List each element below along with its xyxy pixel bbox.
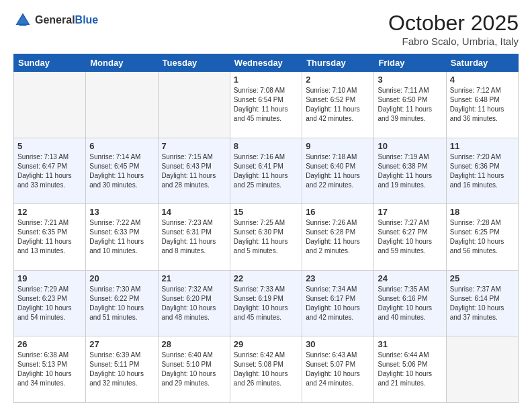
calendar-cell: 27Sunrise: 6:39 AM Sunset: 5:11 PM Dayli… [86,336,158,403]
day-number: 24 [378,273,442,283]
calendar-cell: 3Sunrise: 7:11 AM Sunset: 6:50 PM Daylig… [374,72,446,138]
day-info: Sunrise: 7:26 AM Sunset: 6:28 PM Dayligh… [306,218,370,256]
calendar-cell: 6Sunrise: 7:14 AM Sunset: 6:45 PM Daylig… [86,138,158,204]
day-info: Sunrise: 7:10 AM Sunset: 6:52 PM Dayligh… [306,86,370,124]
day-info: Sunrise: 7:21 AM Sunset: 6:35 PM Dayligh… [17,218,82,256]
calendar-cell: 23Sunrise: 7:34 AM Sunset: 6:17 PM Dayli… [302,270,374,336]
day-number: 12 [17,207,82,217]
day-number: 22 [234,273,298,283]
calendar-cell: 28Sunrise: 6:40 AM Sunset: 5:10 PM Dayli… [158,336,230,403]
page: GeneralBlue October 2025 Fabro Scalo, Um… [0,0,532,411]
calendar-cell: 7Sunrise: 7:15 AM Sunset: 6:43 PM Daylig… [158,138,230,204]
day-number: 16 [306,207,370,217]
calendar-cell: 10Sunrise: 7:19 AM Sunset: 6:38 PM Dayli… [374,138,446,204]
calendar-cell: 2Sunrise: 7:10 AM Sunset: 6:52 PM Daylig… [302,72,374,138]
calendar-cell: 24Sunrise: 7:35 AM Sunset: 6:16 PM Dayli… [374,270,446,336]
day-info: Sunrise: 7:25 AM Sunset: 6:30 PM Dayligh… [234,218,298,256]
calendar-cell: 20Sunrise: 7:30 AM Sunset: 6:22 PM Dayli… [86,270,158,336]
day-info: Sunrise: 7:11 AM Sunset: 6:50 PM Dayligh… [378,86,442,124]
weekday-header-friday: Friday [374,54,446,72]
day-info: Sunrise: 6:44 AM Sunset: 5:06 PM Dayligh… [378,351,442,388]
calendar-cell [14,72,86,138]
day-number: 31 [378,339,442,349]
logo-general: General [35,14,75,26]
calendar-cell: 19Sunrise: 7:29 AM Sunset: 6:23 PM Dayli… [14,270,86,336]
title-block: October 2025 Fabro Scalo, Umbria, Italy [388,11,519,47]
day-info: Sunrise: 7:13 AM Sunset: 6:47 PM Dayligh… [17,152,82,190]
calendar-cell [86,72,158,138]
day-number: 20 [89,273,154,283]
day-number: 23 [306,273,370,283]
calendar-cell: 21Sunrise: 7:32 AM Sunset: 6:20 PM Dayli… [158,270,230,336]
day-number: 9 [306,141,370,151]
day-number: 27 [89,339,154,349]
day-number: 19 [17,273,82,283]
location: Fabro Scalo, Umbria, Italy [388,36,519,47]
day-info: Sunrise: 6:40 AM Sunset: 5:10 PM Dayligh… [162,351,226,388]
day-number: 2 [306,75,370,85]
day-number: 11 [450,141,515,151]
calendar-cell: 18Sunrise: 7:28 AM Sunset: 6:25 PM Dayli… [446,204,518,271]
day-number: 4 [450,75,515,85]
calendar-cell [446,336,518,403]
svg-rect-2 [19,24,26,26]
calendar-cell: 5Sunrise: 7:13 AM Sunset: 6:47 PM Daylig… [14,138,86,204]
logo-icon [13,11,32,30]
day-number: 26 [17,339,82,349]
day-info: Sunrise: 7:35 AM Sunset: 6:16 PM Dayligh… [378,285,442,322]
calendar-cell: 15Sunrise: 7:25 AM Sunset: 6:30 PM Dayli… [230,204,302,271]
weekday-header-wednesday: Wednesday [230,54,302,72]
calendar-cell: 30Sunrise: 6:43 AM Sunset: 5:07 PM Dayli… [302,336,374,403]
calendar-cell: 11Sunrise: 7:20 AM Sunset: 6:36 PM Dayli… [446,138,518,204]
day-info: Sunrise: 7:14 AM Sunset: 6:45 PM Dayligh… [89,152,154,190]
calendar-cell: 26Sunrise: 6:38 AM Sunset: 5:13 PM Dayli… [14,336,86,403]
day-info: Sunrise: 7:12 AM Sunset: 6:48 PM Dayligh… [450,86,515,124]
logo-text: GeneralBlue [35,14,98,26]
day-number: 10 [378,141,442,151]
week-row-1: 1Sunrise: 7:08 AM Sunset: 6:54 PM Daylig… [14,72,519,138]
day-number: 28 [162,339,226,349]
day-number: 15 [234,207,298,217]
calendar-cell: 1Sunrise: 7:08 AM Sunset: 6:54 PM Daylig… [230,72,302,138]
calendar-cell: 14Sunrise: 7:23 AM Sunset: 6:31 PM Dayli… [158,204,230,271]
calendar-cell: 13Sunrise: 7:22 AM Sunset: 6:33 PM Dayli… [86,204,158,271]
calendar-cell: 12Sunrise: 7:21 AM Sunset: 6:35 PM Dayli… [14,204,86,271]
day-info: Sunrise: 7:08 AM Sunset: 6:54 PM Dayligh… [234,86,298,124]
month-title: October 2025 [388,11,519,36]
day-number: 21 [162,273,226,283]
day-number: 14 [162,207,226,217]
day-number: 13 [89,207,154,217]
day-number: 17 [378,207,442,217]
day-info: Sunrise: 7:22 AM Sunset: 6:33 PM Dayligh… [89,218,154,256]
calendar-cell: 9Sunrise: 7:18 AM Sunset: 6:40 PM Daylig… [302,138,374,204]
day-info: Sunrise: 7:29 AM Sunset: 6:23 PM Dayligh… [17,285,82,322]
day-info: Sunrise: 7:32 AM Sunset: 6:20 PM Dayligh… [162,285,226,322]
weekday-header-row: SundayMondayTuesdayWednesdayThursdayFrid… [14,54,519,72]
weekday-header-saturday: Saturday [446,54,518,72]
day-number: 25 [450,273,515,283]
weekday-header-sunday: Sunday [14,54,86,72]
day-info: Sunrise: 7:34 AM Sunset: 6:17 PM Dayligh… [306,285,370,322]
day-number: 7 [162,141,226,151]
day-info: Sunrise: 6:38 AM Sunset: 5:13 PM Dayligh… [17,351,82,388]
day-info: Sunrise: 7:20 AM Sunset: 6:36 PM Dayligh… [450,152,515,190]
header: GeneralBlue October 2025 Fabro Scalo, Um… [13,11,519,47]
week-row-3: 12Sunrise: 7:21 AM Sunset: 6:35 PM Dayli… [14,204,519,271]
calendar-cell: 17Sunrise: 7:27 AM Sunset: 6:27 PM Dayli… [374,204,446,271]
week-row-2: 5Sunrise: 7:13 AM Sunset: 6:47 PM Daylig… [14,138,519,204]
day-number: 30 [306,339,370,349]
weekday-header-monday: Monday [86,54,158,72]
day-info: Sunrise: 7:37 AM Sunset: 6:14 PM Dayligh… [450,285,515,322]
day-info: Sunrise: 7:18 AM Sunset: 6:40 PM Dayligh… [306,152,370,190]
calendar-cell: 16Sunrise: 7:26 AM Sunset: 6:28 PM Dayli… [302,204,374,271]
calendar-cell: 4Sunrise: 7:12 AM Sunset: 6:48 PM Daylig… [446,72,518,138]
weekday-header-thursday: Thursday [302,54,374,72]
day-number: 8 [234,141,298,151]
day-number: 1 [234,75,298,85]
calendar-cell: 8Sunrise: 7:16 AM Sunset: 6:41 PM Daylig… [230,138,302,204]
calendar-cell [158,72,230,138]
logo: GeneralBlue [13,11,98,30]
day-info: Sunrise: 7:28 AM Sunset: 6:25 PM Dayligh… [450,218,515,256]
calendar-cell: 29Sunrise: 6:42 AM Sunset: 5:08 PM Dayli… [230,336,302,403]
day-info: Sunrise: 7:15 AM Sunset: 6:43 PM Dayligh… [162,152,226,190]
